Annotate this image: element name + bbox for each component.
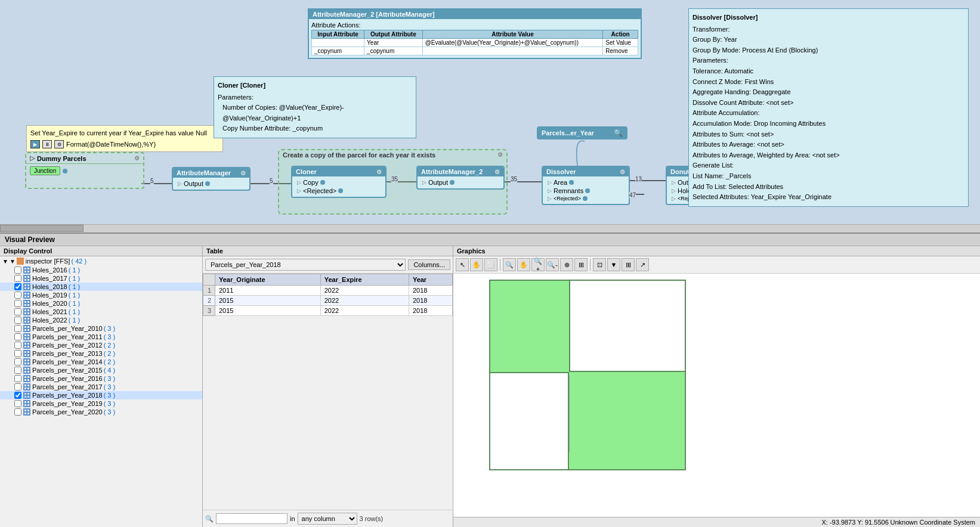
conn-47-remnants: 47 (629, 192, 636, 199)
tree-item: Parcels_per_Year_2020 ( 3 ) (0, 408, 202, 416)
conn-5-dummy: 5 (150, 178, 154, 184)
tree-grid-icon (23, 325, 30, 332)
junction-port (63, 169, 67, 173)
conn-13-dissolver: 13 (635, 176, 642, 182)
select-tool[interactable]: ↖ (456, 258, 469, 271)
tree-checkbox[interactable] (14, 308, 21, 315)
search-input[interactable] (216, 513, 287, 524)
attrman2-node[interactable]: AttributeManager_2 ⚙ ▷ Output (416, 166, 505, 190)
dataset-select[interactable]: Parcels_per_Year_2018 (205, 259, 406, 271)
attribute-manager-node[interactable]: AttributeManager ⚙ ▷ Output (172, 167, 251, 191)
row-count: 3 row(s) (360, 515, 384, 522)
tree-scroll[interactable]: ▼ ▼ inspector [FFS] ( 42 ) Holes_2016 ( … (0, 256, 202, 527)
tree-item: Parcels_per_Year_2016 ( 3 ) (0, 374, 202, 383)
tree-checkbox[interactable] (14, 266, 21, 274)
zoom-select-tool[interactable]: 🔍 (503, 258, 516, 271)
canvas-scrollbar[interactable] (0, 224, 980, 232)
run-btn[interactable]: ▶ (30, 140, 40, 148)
tree-item: Holes_2018 ( 1 ) (0, 283, 202, 291)
cloner-gear[interactable]: ⚙ (376, 169, 382, 175)
table-footer: 🔍 in any column 3 row(s) (203, 510, 453, 527)
tree-checkbox[interactable] (14, 275, 21, 282)
tree-checkbox[interactable] (14, 400, 21, 407)
pan-tool[interactable]: ✋ (470, 258, 483, 271)
tree-item: Parcels_per_Year_2017 ( 3 ) (0, 383, 202, 391)
dissolver-gear[interactable]: ⚙ (620, 169, 625, 175)
conn-35-cloner: 35 (391, 176, 398, 182)
root-count[interactable]: ( 42 ) (71, 258, 86, 265)
tree-checkbox[interactable] (14, 283, 21, 290)
tree-checkbox[interactable] (14, 342, 21, 349)
zoom-extent-tool[interactable]: ⬜ (484, 258, 497, 271)
tree-checkbox[interactable] (14, 375, 21, 382)
status-bar: X: -93.9873 Y: 91.5506 Unknown Coordinat… (453, 517, 980, 527)
am-gear[interactable]: ⚙ (240, 170, 246, 176)
cloner-copy-port (320, 180, 325, 185)
am2-out-port (450, 180, 455, 185)
zoom-in-tool[interactable]: 🔍+ (531, 258, 545, 271)
tree-grid-icon (23, 308, 30, 315)
dissolver-area-port (569, 180, 574, 185)
tree-grid-icon (23, 400, 30, 407)
tree-checkbox[interactable] (14, 367, 21, 374)
columns-button[interactable]: Columns... (408, 259, 450, 270)
parcels-search-icon[interactable]: 🔍 (614, 129, 623, 137)
tree-grid-icon (23, 350, 30, 357)
fit-tool[interactable]: ⊞ (574, 258, 588, 271)
search-in-select[interactable]: any column (298, 513, 357, 525)
tree-checkbox[interactable] (14, 333, 21, 340)
table-row: 1 2011 2022 2018 (203, 286, 453, 296)
tree-item: Holes_2017 ( 1 ) (0, 274, 202, 283)
dissolver-node[interactable]: Dissolver ⚙ ▷ Area ▷ Remnants ▷ <Rejecte… (542, 166, 630, 205)
col-action: Action (603, 30, 638, 39)
tree-item: Parcels_per_Year_2010 ( 3 ) (0, 324, 202, 333)
tree-checkbox[interactable] (14, 325, 21, 332)
tree-checkbox[interactable] (14, 317, 21, 324)
col-year-orig: Year_Originate (215, 274, 321, 286)
settings-btn2[interactable]: ⚙ (54, 140, 64, 148)
col-year-exp: Year_Expire (320, 274, 409, 286)
tree-grid-icon (23, 317, 30, 324)
tree-grid-icon (23, 408, 30, 416)
dissolver-rem-port (585, 188, 590, 193)
cloner-node[interactable]: Cloner ⚙ ▷ Copy ▷ <Rejected> (291, 166, 387, 198)
tree-checkbox[interactable] (14, 292, 21, 299)
filter-tool[interactable]: ▼ (607, 258, 620, 271)
graphics-panel: Graphics ↖ ✋ ⬜ 🔍 ✋ 🔍+ 🔍- ⊕ ⊞ ⊡ ▼ ⊞ ↗ (453, 246, 980, 527)
zoom-100-tool[interactable]: ⊕ (560, 258, 573, 271)
dummy-parcels-gear[interactable]: ⚙ (134, 155, 140, 162)
display-control-header: Display Control (0, 246, 202, 256)
tree-checkbox[interactable] (14, 358, 21, 365)
tree-item: Holes_2022 ( 1 ) (0, 316, 202, 324)
tree-grid-icon (23, 383, 30, 390)
pause-btn[interactable]: ⏸ (42, 140, 52, 148)
table-scroll[interactable]: Year_Originate Year_Expire Year 1 2011 2… (203, 274, 453, 510)
am2-gear[interactable]: ⚙ (494, 169, 500, 175)
col-output: Output Attribute (364, 30, 423, 39)
table-body: 1 2011 2022 2018 2 2015 2022 2018 3 2015… (203, 286, 453, 316)
graphics-canvas (453, 274, 980, 517)
select-all-tool[interactable]: ⊡ (593, 258, 606, 271)
attrman2-table: Input Attribute Output Attribute Attribu… (311, 30, 638, 55)
grid-tool[interactable]: ⊞ (622, 258, 635, 271)
zoom-out-tool[interactable]: 🔍- (546, 258, 559, 271)
tree-grid-icon (23, 342, 30, 349)
tree-checkbox[interactable] (14, 350, 21, 357)
tree-checkbox[interactable] (14, 408, 21, 416)
table-controls: Parcels_per_Year_2018 Columns... (203, 256, 453, 274)
pan-tool2[interactable]: ✋ (517, 258, 530, 271)
col-value: Attribute Value (422, 30, 603, 39)
tree-checkbox[interactable] (14, 392, 21, 399)
tree-grid-icon (23, 358, 30, 365)
create-group-gear[interactable]: ⚙ (497, 151, 503, 158)
table-row: 2 2015 2022 2018 (203, 296, 453, 306)
tree-grid-icon (23, 292, 30, 299)
visual-preview-title: Visual Preview (0, 234, 980, 246)
tree-checkbox[interactable] (14, 300, 21, 307)
export-tool[interactable]: ↗ (636, 258, 649, 271)
parcels-year-node[interactable]: Parcels...er_Year 🔍 (537, 126, 627, 140)
tree-item: Holes_2020 ( 1 ) (0, 299, 202, 308)
table-header-row: Year_Originate Year_Expire Year (203, 274, 453, 286)
tree-item: Holes_2016 ( 1 ) (0, 266, 202, 274)
tree-checkbox[interactable] (14, 383, 21, 390)
